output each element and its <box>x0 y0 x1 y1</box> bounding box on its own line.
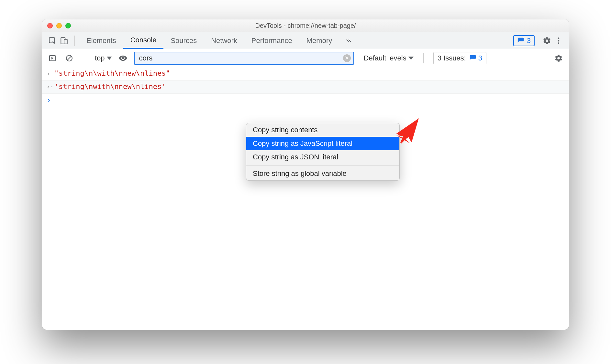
console-result[interactable]: ‹· 'string\nwith\nnew\nlines' <box>42 80 569 94</box>
context-selector[interactable]: top <box>95 54 112 62</box>
device-toolbar-icon[interactable] <box>58 35 70 47</box>
console-input-echo[interactable]: › "string\n\with\nnew\nlines" <box>42 67 569 80</box>
svg-rect-2 <box>64 39 67 44</box>
titlebar: DevTools - chrome://new-tab-page/ <box>42 19 569 32</box>
inspect-element-icon[interactable] <box>47 35 58 47</box>
filter-input[interactable] <box>139 54 343 62</box>
menu-copy-string-as-js-literal[interactable]: Copy string as JavaScript literal <box>246 137 399 150</box>
context-label: top <box>95 54 105 62</box>
more-tabs-chevron-icon[interactable] <box>343 35 355 47</box>
issues-count: 3 <box>478 54 482 62</box>
console-prompt[interactable]: › <box>42 94 569 107</box>
issues-box[interactable]: 3 Issues: 3 <box>433 52 486 64</box>
menu-store-as-global[interactable]: Store string as global variable <box>246 167 399 180</box>
chat-icon <box>469 55 476 62</box>
context-menu: Copy string contents Copy string as Java… <box>246 123 400 181</box>
prompt-chevron-icon: › <box>47 96 54 105</box>
divider <box>85 53 85 63</box>
settings-gear-icon[interactable] <box>541 35 553 47</box>
log-levels-selector[interactable]: Default levels <box>364 54 414 62</box>
issues-chip-count: 3 <box>527 37 531 45</box>
console-settings-gear-icon[interactable] <box>553 52 564 64</box>
console-body: › "string\n\with\nnew\nlines" ‹· 'string… <box>42 67 569 107</box>
chevron-down-icon <box>408 57 414 60</box>
toggle-sidebar-icon[interactable] <box>47 52 58 64</box>
main-tabstrip: Elements Console Sources Network Perform… <box>42 32 569 49</box>
divider <box>423 53 424 63</box>
window-title: DevTools - chrome://new-tab-page/ <box>42 22 569 29</box>
kebab-menu-icon[interactable] <box>553 35 564 47</box>
live-expression-eye-icon[interactable] <box>117 52 129 64</box>
devtools-window: DevTools - chrome://new-tab-page/ Elemen… <box>42 19 569 330</box>
menu-copy-string-as-json-literal[interactable]: Copy string as JSON literal <box>246 150 399 164</box>
tab-memory[interactable]: Memory <box>299 32 339 49</box>
svg-point-4 <box>558 40 560 41</box>
clear-console-icon[interactable] <box>63 52 75 64</box>
filter-input-wrapper: ✕ <box>134 52 354 65</box>
issues-label: 3 Issues: <box>438 54 466 62</box>
svg-point-5 <box>558 42 560 44</box>
chevron-right-icon: › <box>47 69 54 78</box>
menu-separator <box>246 165 399 166</box>
menu-copy-string-contents[interactable]: Copy string contents <box>246 123 399 137</box>
tab-performance[interactable]: Performance <box>244 32 299 49</box>
issues-chip[interactable]: 3 <box>513 35 535 46</box>
tab-network[interactable]: Network <box>204 32 244 49</box>
svg-line-8 <box>67 56 71 60</box>
chevron-down-icon <box>107 57 112 60</box>
tab-sources[interactable]: Sources <box>163 32 204 49</box>
console-toolbar: top ✕ Default levels 3 Issues: 3 <box>42 49 569 67</box>
console-text: "string\n\with\nnew\nlines" <box>54 69 170 77</box>
console-text: 'string\nwith\nnew\nlines' <box>54 82 166 91</box>
result-marker-icon: ‹· <box>47 82 54 91</box>
levels-label: Default levels <box>364 54 406 62</box>
tab-elements[interactable]: Elements <box>79 32 123 49</box>
tab-console[interactable]: Console <box>123 32 164 49</box>
divider <box>74 36 75 46</box>
tabs: Elements Console Sources Network Perform… <box>79 32 339 49</box>
svg-point-3 <box>558 37 560 39</box>
clear-filter-icon[interactable]: ✕ <box>343 54 351 62</box>
